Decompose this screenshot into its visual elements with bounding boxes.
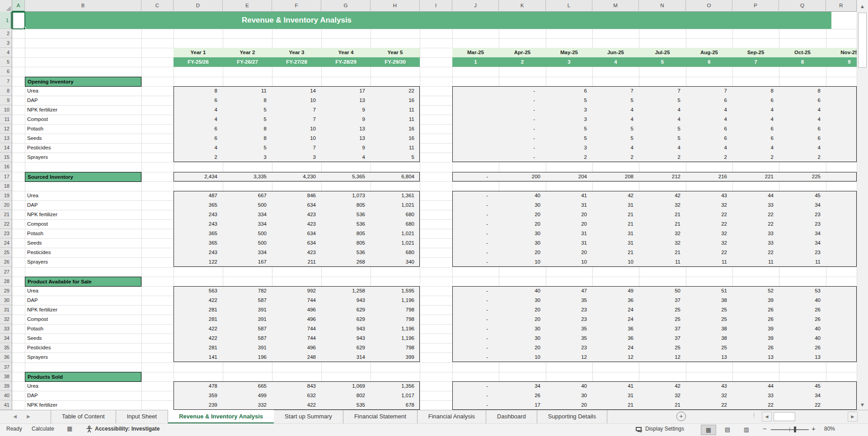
cell-Q22[interactable]: 23: [779, 219, 826, 229]
cell-K11[interactable]: -: [499, 115, 546, 124]
cell-B14[interactable]: Pesticides: [27, 143, 140, 153]
cell-D17[interactable]: 2,434: [174, 172, 223, 181]
cell-J19[interactable]: -: [452, 191, 499, 200]
cell-H21[interactable]: 680: [371, 210, 420, 219]
row-header-15[interactable]: 15: [0, 153, 12, 162]
cell-G31[interactable]: 629: [321, 305, 371, 315]
cell-M26[interactable]: 10: [592, 257, 639, 267]
row-header-35[interactable]: 35: [0, 343, 12, 353]
row-header-29[interactable]: 29: [0, 286, 12, 296]
column-header-N[interactable]: N: [639, 0, 686, 12]
scroll-down-icon[interactable]: ▼: [857, 400, 868, 410]
cell-O33[interactable]: 38: [686, 324, 732, 334]
cell-L34[interactable]: 35: [546, 334, 592, 343]
cell-H31[interactable]: 798: [371, 305, 420, 315]
cell-L33[interactable]: 35: [546, 324, 592, 334]
cell-P41[interactable]: 22: [732, 400, 779, 410]
column-header-F[interactable]: F: [272, 0, 321, 12]
cell-M20[interactable]: 31: [592, 200, 639, 210]
cell-J21[interactable]: -: [452, 210, 499, 219]
cell-E19[interactable]: 667: [223, 191, 272, 200]
sheet-tab-supporting-details[interactable]: Supporting Details: [537, 410, 607, 423]
column-header-R[interactable]: R: [826, 0, 857, 12]
cell-L41[interactable]: 20: [546, 400, 592, 410]
cell-H40[interactable]: 1,017: [371, 391, 420, 400]
cell-Q12[interactable]: 6: [779, 124, 826, 134]
cell-E13[interactable]: 8: [223, 134, 272, 143]
cell-K23[interactable]: 30: [499, 229, 546, 238]
cell-M17[interactable]: 208: [592, 172, 639, 181]
cell-P20[interactable]: 33: [732, 200, 779, 210]
zoom-out-icon[interactable]: −: [763, 425, 767, 432]
cell-Q41[interactable]: 22: [779, 400, 826, 410]
cell-L35[interactable]: 23: [546, 343, 592, 353]
cell-E23[interactable]: 500: [223, 229, 272, 238]
cell-P39[interactable]: 44: [732, 381, 779, 391]
cell-J17[interactable]: -: [452, 172, 499, 181]
cell-H35[interactable]: 798: [371, 343, 420, 353]
tab-nav-left-icon[interactable]: ◀: [10, 412, 20, 422]
row-header-23[interactable]: 23: [0, 229, 12, 238]
cell-J34[interactable]: -: [452, 334, 499, 343]
cell-G39[interactable]: 1,069: [321, 381, 371, 391]
cell-Q19[interactable]: 45: [779, 191, 826, 200]
section-header-0[interactable]: Opening Inventory: [25, 77, 141, 87]
row-header-21[interactable]: 21: [0, 210, 12, 219]
cell-Q9[interactable]: 6: [779, 96, 826, 105]
cell-F12[interactable]: 10: [272, 124, 321, 134]
cell-M22[interactable]: 21: [592, 219, 639, 229]
cell-F35[interactable]: 496: [272, 343, 321, 353]
cell-N9[interactable]: 5: [639, 96, 686, 105]
cell-J30[interactable]: -: [452, 296, 499, 305]
cell-J33[interactable]: -: [452, 324, 499, 334]
cell-M29[interactable]: 49: [592, 286, 639, 296]
cell-O29[interactable]: 51: [686, 286, 732, 296]
cell-Q29[interactable]: 53: [779, 286, 826, 296]
cell-G23[interactable]: 805: [321, 229, 371, 238]
cell-E36[interactable]: 196: [223, 353, 272, 362]
cell-L8[interactable]: 6: [546, 86, 592, 96]
cell-O32[interactable]: 25: [686, 315, 732, 324]
column-header-L[interactable]: L: [546, 0, 592, 12]
cell-N23[interactable]: 32: [639, 229, 686, 238]
cell-P8[interactable]: 8: [732, 86, 779, 96]
cell-Q23[interactable]: 34: [779, 229, 826, 238]
cell-F36[interactable]: 248: [272, 353, 321, 362]
cell-L9[interactable]: 5: [546, 96, 592, 105]
cell-J29[interactable]: -: [452, 286, 499, 296]
cell-B39[interactable]: Urea: [27, 381, 140, 391]
cell-M15[interactable]: 2: [592, 153, 639, 162]
cell-Q14[interactable]: 4: [779, 143, 826, 153]
cell-K31[interactable]: 20: [499, 305, 546, 315]
cell-K14[interactable]: -: [499, 143, 546, 153]
cell-E41[interactable]: 332: [223, 400, 272, 410]
cell-D11[interactable]: 4: [174, 115, 223, 124]
cell-K13[interactable]: -: [499, 134, 546, 143]
cell-P11[interactable]: 4: [732, 115, 779, 124]
cell-B35[interactable]: Pesticides: [27, 343, 140, 353]
row-header-16[interactable]: 16: [0, 162, 12, 172]
cell-Q30[interactable]: 40: [779, 296, 826, 305]
cell-H36[interactable]: 399: [371, 353, 420, 362]
zoom-level[interactable]: 80%: [824, 426, 835, 432]
row-header-19[interactable]: 19: [0, 191, 12, 200]
column-header-I[interactable]: I: [420, 0, 452, 12]
cell-M23[interactable]: 31: [592, 229, 639, 238]
cell-O13[interactable]: 6: [686, 134, 732, 143]
sheet-tab-financial-statement[interactable]: Financial Statement: [343, 410, 418, 423]
cell-D32[interactable]: 281: [174, 315, 223, 324]
cell-D12[interactable]: 6: [174, 124, 223, 134]
cell-D24[interactable]: 365: [174, 238, 223, 248]
cell-N13[interactable]: 5: [639, 134, 686, 143]
status-accessibility[interactable]: Accessibility: Investigate: [95, 426, 160, 432]
cell-B30[interactable]: DAP: [27, 296, 140, 305]
cell-B9[interactable]: DAP: [27, 96, 140, 105]
cell-M31[interactable]: 24: [592, 305, 639, 315]
cell-B23[interactable]: Potash: [27, 229, 140, 238]
cell-N20[interactable]: 32: [639, 200, 686, 210]
cell-N33[interactable]: 37: [639, 324, 686, 334]
cell-L23[interactable]: 31: [546, 229, 592, 238]
cell-H22[interactable]: 680: [371, 219, 420, 229]
cell-O40[interactable]: 32: [686, 391, 732, 400]
cell-F8[interactable]: 14: [272, 86, 321, 96]
